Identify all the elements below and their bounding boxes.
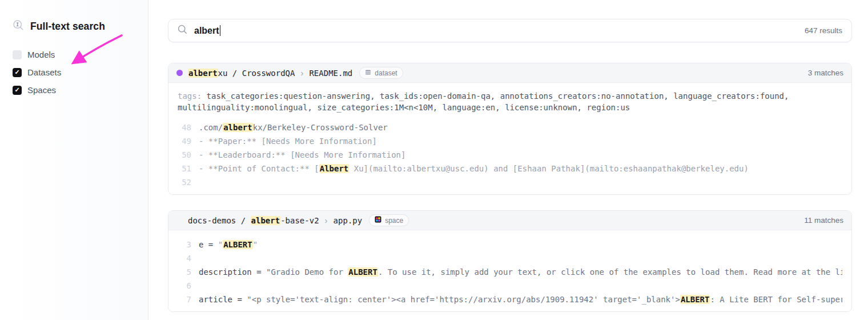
code-text: .com/albertkx/Berkeley-Crossword-Solver xyxy=(199,121,388,134)
main-content: albert 647 results albertxu / CrosswordQ… xyxy=(168,0,852,312)
sidebar-header: Full-text search xyxy=(0,0,148,34)
line-number: 50 xyxy=(178,148,191,162)
text-segment: Xu](mailto:albertxu@usc.edu) and [Eshaan… xyxy=(349,164,749,173)
filter-row-models[interactable]: Models xyxy=(13,50,148,59)
code-line: 50- **Leaderboard:** [Needs More Informa… xyxy=(178,148,842,162)
text-segment-highlight: albert xyxy=(188,69,218,78)
code-snippet: 3e = "ALBERT"45description = "Gradio Dem… xyxy=(178,238,842,306)
result-header-link[interactable]: albertxu / CrosswordQA›README.mddataset3… xyxy=(168,63,851,83)
file-name: app.py xyxy=(333,216,363,225)
result-card: docs-demos / albert-base-v2›app.pyspace1… xyxy=(168,210,852,312)
code-text: article = "<p style='text-align: center'… xyxy=(199,293,842,306)
search-query-text: albert xyxy=(194,26,219,36)
line-number: 51 xyxy=(178,162,191,175)
space-icon xyxy=(375,216,381,225)
page: Full-text search Models✓Datasets✓Spaces … xyxy=(0,0,868,320)
text-segment: -base-v2 xyxy=(280,216,319,225)
filter-label: Spaces xyxy=(27,85,56,95)
filter-label: Models xyxy=(27,50,55,59)
code-text: description = "Gradio Demo for ALBERT. T… xyxy=(199,265,842,279)
code-line: 51- **Point of Contact:** [Albert Xu](ma… xyxy=(178,162,842,175)
line-number: 7 xyxy=(178,293,191,306)
text-segment: docs-demos / xyxy=(188,216,251,225)
avatar xyxy=(176,70,183,76)
code-line: 7article = "<p style='text-align: center… xyxy=(178,293,842,306)
dataset-icon xyxy=(365,69,371,77)
text-segment: xu / CrosswordQA xyxy=(218,69,295,78)
text-segment: " xyxy=(218,240,223,249)
text-segment: . To use it, simply add your text, or cl… xyxy=(378,267,842,277)
search-icon xyxy=(178,25,187,37)
text-segment-highlight: ALBERT xyxy=(680,295,710,304)
text-segment-highlight: albert xyxy=(223,123,253,132)
text-cursor xyxy=(220,25,221,36)
text-segment: " xyxy=(253,240,258,249)
tags-line: tags: task_categories:question-answering… xyxy=(178,90,842,113)
page-title: Full-text search xyxy=(30,21,105,33)
result-body: 3e = "ALBERT"45description = "Gradio Dem… xyxy=(168,230,851,311)
text-segment: "Gradio Demo for xyxy=(266,267,348,277)
code-line: 48.com/albertkx/Berkeley-Crossword-Solve… xyxy=(178,121,842,134)
results-count: 647 results xyxy=(805,26,842,35)
sidebar: Full-text search Models✓Datasets✓Spaces xyxy=(0,0,148,320)
checkbox-datasets[interactable]: ✓ xyxy=(13,68,22,77)
text-segment: "<p style='text-align: center'><a href='… xyxy=(247,295,680,304)
result-card: albertxu / CrosswordQA›README.mddataset3… xyxy=(168,63,852,195)
filter-row-datasets[interactable]: ✓Datasets xyxy=(13,67,148,77)
text-segment-highlight: Albert xyxy=(319,164,349,173)
code-text: - **Point of Contact:** [Albert Xu](mail… xyxy=(199,162,749,175)
line-number: 52 xyxy=(178,175,191,189)
badge-space: space xyxy=(369,214,409,226)
text-segment: kx/Berkeley-Crossword-Solver xyxy=(253,123,388,132)
line-number: 6 xyxy=(178,279,191,293)
tags-label: tags: xyxy=(178,91,207,101)
line-number: 48 xyxy=(178,121,191,134)
text-segment: article = xyxy=(199,295,247,304)
line-number: 3 xyxy=(178,238,191,251)
text-segment: description = xyxy=(199,267,266,277)
code-line: 3e = "ALBERT" xyxy=(178,238,842,251)
code-text: - **Leaderboard:** [Needs More Informati… xyxy=(199,148,405,162)
text-segment: - **Paper:** [Needs More Information] xyxy=(199,137,377,146)
line-number: 49 xyxy=(178,134,191,148)
code-text: e = "ALBERT" xyxy=(199,238,258,251)
results-list: albertxu / CrosswordQA›README.mddataset3… xyxy=(168,63,852,312)
code-line: 6 xyxy=(178,279,842,293)
line-number: 4 xyxy=(178,251,191,265)
result-header-link[interactable]: docs-demos / albert-base-v2›app.pyspace1… xyxy=(168,211,851,230)
repo-path: albertxu / CrosswordQA xyxy=(188,69,295,78)
text-segment-highlight: ALBERT xyxy=(348,267,378,277)
filter-list: Models✓Datasets✓Spaces xyxy=(0,50,148,95)
badge-label: space xyxy=(385,217,403,225)
text-segment-highlight: albert xyxy=(251,216,281,225)
text-segment: - **Point of Contact:** [ xyxy=(199,164,319,173)
filter-label: Datasets xyxy=(27,67,61,77)
code-line: 49- **Paper:** [Needs More Information] xyxy=(178,134,842,148)
match-count: 11 matches xyxy=(804,216,843,225)
search-input[interactable]: albert 647 results xyxy=(168,19,852,42)
file-name: README.md xyxy=(309,69,352,78)
repo-path: docs-demos / albert-base-v2 xyxy=(188,216,319,225)
badge-dataset: dataset xyxy=(359,67,403,79)
badge-label: dataset xyxy=(375,69,397,77)
code-line: 52 xyxy=(178,175,842,189)
result-body: tags: task_categories:question-answering… xyxy=(168,83,851,194)
chevron-right-icon: › xyxy=(325,215,328,225)
code-text: - **Paper:** [Needs More Information] xyxy=(199,134,377,148)
line-number: 5 xyxy=(178,265,191,279)
filter-row-spaces[interactable]: ✓Spaces xyxy=(13,85,148,95)
text-segment: .com/ xyxy=(199,123,223,132)
code-line: 5description = "Gradio Demo for ALBERT. … xyxy=(178,265,842,279)
text-segment: - **Leaderboard:** [Needs More Informati… xyxy=(199,150,405,159)
tags-text: task_categories:question-answering, task… xyxy=(178,91,789,112)
checkbox-models[interactable] xyxy=(13,50,22,59)
text-segment: e = xyxy=(199,240,218,249)
chevron-right-icon: › xyxy=(300,68,303,78)
code-line: 4 xyxy=(178,251,842,265)
fulltext-search-icon xyxy=(13,19,25,34)
code-snippet: 48.com/albertkx/Berkeley-Crossword-Solve… xyxy=(178,121,842,189)
checkbox-spaces[interactable]: ✓ xyxy=(13,86,22,95)
text-segment-highlight: ALBERT xyxy=(223,240,253,249)
match-count: 3 matches xyxy=(808,69,843,77)
text-segment: : A Lite BERT for Self-supervise xyxy=(710,295,842,304)
